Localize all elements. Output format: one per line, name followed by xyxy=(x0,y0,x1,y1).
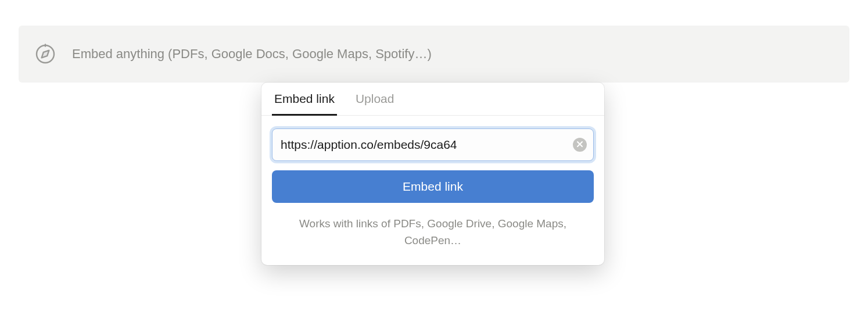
popover-body: Embed link Works with links of PDFs, Goo… xyxy=(261,116,604,265)
close-icon xyxy=(576,141,583,149)
clear-input-button[interactable] xyxy=(573,138,587,152)
svg-marker-1 xyxy=(42,51,49,58)
compass-icon xyxy=(35,44,56,65)
tab-embed-link[interactable]: Embed link xyxy=(272,83,337,116)
embed-hint-text: Works with links of PDFs, Google Drive, … xyxy=(272,216,594,249)
embed-link-button[interactable]: Embed link xyxy=(272,170,594,203)
embed-placeholder-text: Embed anything (PDFs, Google Docs, Googl… xyxy=(72,47,432,62)
url-input-wrap xyxy=(272,128,594,161)
tab-upload[interactable]: Upload xyxy=(353,83,397,116)
popover-tabs: Embed link Upload xyxy=(261,83,604,116)
embed-placeholder-block[interactable]: Embed anything (PDFs, Google Docs, Googl… xyxy=(19,26,849,83)
embed-url-input[interactable] xyxy=(272,128,594,161)
embed-popover: Embed link Upload Embed link Works with … xyxy=(261,83,604,265)
